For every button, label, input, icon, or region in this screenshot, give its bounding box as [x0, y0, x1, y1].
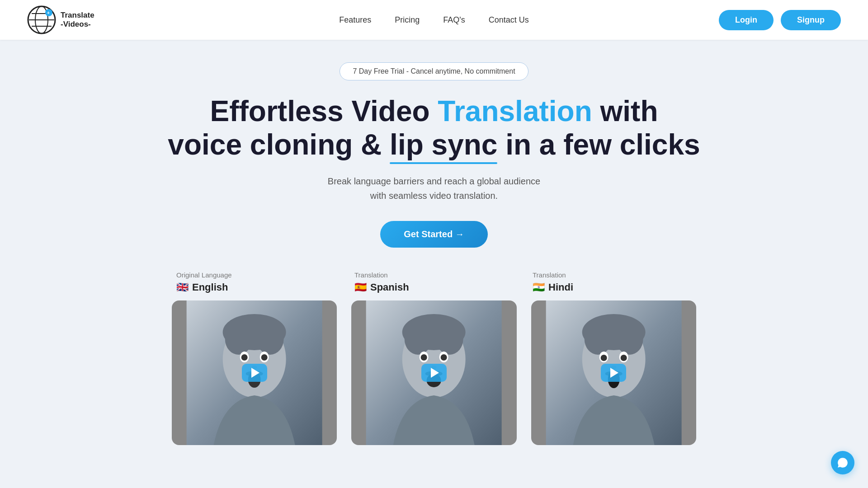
- video-section: Original Language 🇬🇧 English Translation…: [163, 271, 705, 445]
- original-lang-label: Original Language: [176, 271, 340, 279]
- title-line2-part2: in a few clicks: [497, 128, 700, 161]
- chat-icon: [837, 457, 849, 469]
- chat-bubble[interactable]: [831, 451, 854, 474]
- nav-features[interactable]: Features: [339, 15, 371, 25]
- svg-point-15: [261, 354, 268, 361]
- video-card-spanish[interactable]: [351, 300, 516, 445]
- svg-point-28: [441, 354, 447, 361]
- title-line2-part1: voice cloning &: [168, 128, 390, 161]
- original-lang-text: English: [192, 282, 228, 293]
- svg-point-23: [405, 323, 432, 355]
- nav-faqs[interactable]: FAQ's: [443, 15, 465, 25]
- play-button-3[interactable]: [601, 364, 626, 382]
- title-part1: Effortless Video: [210, 95, 438, 127]
- svg-text:+: +: [47, 10, 50, 15]
- subtitle-line2: with seamless video translation.: [370, 191, 498, 201]
- svg-point-27: [421, 354, 427, 361]
- language-labels: Original Language 🇬🇧 English Translation…: [172, 271, 696, 293]
- hero-subtitle: Break language barriers and reach a glob…: [328, 174, 540, 203]
- logo-subtext: -Videos-: [61, 20, 94, 29]
- video-card-original[interactable]: [172, 300, 337, 445]
- video-cards: [172, 300, 696, 445]
- svg-point-24: [436, 323, 463, 355]
- svg-point-41: [620, 355, 627, 361]
- nav-links: Features Pricing FAQ's Contact Us: [339, 15, 529, 25]
- svg-point-36: [584, 323, 611, 355]
- svg-point-14: [241, 354, 248, 361]
- nav-auth: Login Signup: [719, 10, 841, 30]
- title-underline: lip sync: [390, 128, 497, 162]
- translation2-lang-label: Translation: [533, 271, 696, 279]
- translation2-lang-text: Hindi: [548, 282, 573, 293]
- translation1-lang-label: Translation: [354, 271, 518, 279]
- video-card-hindi[interactable]: [531, 300, 696, 445]
- title-part2: with: [592, 95, 658, 127]
- translation1-lang-name: 🇪🇸 Spanish: [354, 282, 518, 293]
- subtitle-line1: Break language barriers and reach a glob…: [328, 176, 540, 186]
- trial-badge: 7 Day Free Trial - Cancel anytime, No co…: [340, 62, 528, 80]
- svg-point-11: [257, 323, 284, 355]
- spain-flag: 🇪🇸: [354, 282, 367, 293]
- svg-point-37: [616, 323, 643, 355]
- india-flag: 🇮🇳: [533, 282, 545, 293]
- original-lang-name: 🇬🇧 English: [176, 282, 340, 293]
- logo-icon: +: [27, 5, 56, 34]
- svg-point-40: [600, 355, 607, 361]
- hero-section: 7 Day Free Trial - Cancel anytime, No co…: [0, 40, 868, 445]
- translation1-lang-col: Translation 🇪🇸 Spanish: [354, 271, 518, 293]
- logo-text: Translate: [61, 11, 94, 20]
- translation2-lang-col: Translation 🇮🇳 Hindi: [533, 271, 696, 293]
- play-button-1[interactable]: [242, 364, 267, 382]
- navbar: + Translate -Videos- Features Pricing FA…: [0, 0, 868, 40]
- title-highlight: Translation: [438, 95, 592, 127]
- get-started-button[interactable]: Get Started →: [380, 221, 487, 248]
- hero-title: Effortless Video Translation with voice …: [168, 95, 700, 161]
- translation2-lang-name: 🇮🇳 Hindi: [533, 282, 696, 293]
- signup-button[interactable]: Signup: [781, 10, 841, 30]
- login-button[interactable]: Login: [719, 10, 774, 30]
- original-lang-col: Original Language 🇬🇧 English: [176, 271, 340, 293]
- logo[interactable]: + Translate -Videos-: [27, 5, 94, 34]
- svg-point-10: [225, 323, 252, 355]
- nav-contact[interactable]: Contact Us: [489, 15, 529, 25]
- uk-flag: 🇬🇧: [176, 282, 189, 293]
- nav-pricing[interactable]: Pricing: [395, 15, 420, 25]
- translation1-lang-text: Spanish: [370, 282, 409, 293]
- play-button-2[interactable]: [421, 364, 447, 382]
